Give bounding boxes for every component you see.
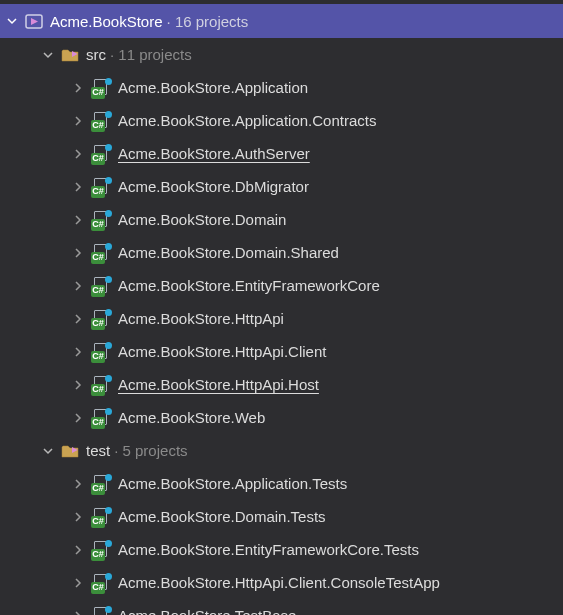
project-row[interactable]: C# Acme.BookStore.HttpApi.Client.Console… [0,566,563,599]
chevron-right-icon[interactable] [70,113,86,129]
chevron-right-icon[interactable] [70,278,86,294]
chevron-right-icon[interactable] [70,608,86,616]
csproj-icon: C# [90,78,112,98]
csproj-icon: C# [90,573,112,593]
csproj-icon: C# [90,540,112,560]
chevron-right-icon[interactable] [70,344,86,360]
project-name: Acme.BookStore.EntityFrameworkCore [118,277,380,294]
project-row[interactable]: C# Acme.BookStore.HttpApi.Host [0,368,563,401]
chevron-down-icon[interactable] [40,443,56,459]
project-name: Acme.BookStore.Domain [118,211,286,228]
project-name: Acme.BookStore.Application.Tests [118,475,347,492]
project-row[interactable]: C# Acme.BookStore.DbMigrator [0,170,563,203]
project-row[interactable]: C# Acme.BookStore.Domain.Shared [0,236,563,269]
project-name: Acme.BookStore.HttpApi [118,310,284,327]
folder-name: src [86,46,106,63]
csproj-icon: C# [90,177,112,197]
project-row[interactable]: C# Acme.BookStore.Web [0,401,563,434]
project-row[interactable]: C# Acme.BookStore.Application.Contracts [0,104,563,137]
project-row[interactable]: C# Acme.BookStore.Application [0,71,563,104]
folder-icon [60,441,80,461]
project-row[interactable]: C# Acme.BookStore.Application.Tests [0,467,563,500]
chevron-right-icon[interactable] [70,476,86,492]
project-name: Acme.BookStore.Domain.Shared [118,244,339,261]
csproj-icon: C# [90,606,112,616]
project-row[interactable]: C# Acme.BookStore.Domain [0,203,563,236]
csproj-icon: C# [90,309,112,329]
chevron-right-icon[interactable] [70,410,86,426]
chevron-down-icon[interactable] [40,47,56,63]
chevron-right-icon[interactable] [70,146,86,162]
solution-name: Acme.BookStore [50,13,163,30]
project-row[interactable]: C# Acme.BookStore.Domain.Tests [0,500,563,533]
project-name: Acme.BookStore.TestBase [118,607,296,615]
solution-explorer: Acme.BookStore · 16 projects src · 11 pr… [0,0,563,615]
chevron-down-icon[interactable] [4,13,20,29]
project-row[interactable]: C# Acme.BookStore.HttpApi [0,302,563,335]
project-name: Acme.BookStore.HttpApi.Client [118,343,326,360]
solution-icon [24,11,44,31]
chevron-right-icon[interactable] [70,575,86,591]
project-name: Acme.BookStore.HttpApi.Client.ConsoleTes… [118,574,440,591]
solution-count: · 16 projects [167,13,249,30]
csproj-icon: C# [90,342,112,362]
project-name: Acme.BookStore.AuthServer [118,145,310,162]
project-name: Acme.BookStore.Web [118,409,265,426]
chevron-right-icon[interactable] [70,179,86,195]
csproj-icon: C# [90,111,112,131]
csproj-icon: C# [90,507,112,527]
project-name: Acme.BookStore.Application [118,79,308,96]
project-name: Acme.BookStore.HttpApi.Host [118,376,319,393]
chevron-right-icon[interactable] [70,212,86,228]
folder-name: test [86,442,110,459]
project-row[interactable]: C# Acme.BookStore.EntityFrameworkCore.Te… [0,533,563,566]
project-name: Acme.BookStore.DbMigrator [118,178,309,195]
folder-row-test[interactable]: test · 5 projects [0,434,563,467]
project-name: Acme.BookStore.EntityFrameworkCore.Tests [118,541,419,558]
chevron-right-icon[interactable] [70,509,86,525]
solution-row[interactable]: Acme.BookStore · 16 projects [0,4,563,38]
chevron-right-icon[interactable] [70,245,86,261]
project-row[interactable]: C# Acme.BookStore.HttpApi.Client [0,335,563,368]
csproj-icon: C# [90,243,112,263]
project-row[interactable]: C# Acme.BookStore.EntityFrameworkCore [0,269,563,302]
csproj-icon: C# [90,144,112,164]
folder-count: · 5 projects [114,442,187,459]
chevron-right-icon[interactable] [70,80,86,96]
project-row[interactable]: C# Acme.BookStore.AuthServer [0,137,563,170]
project-name: Acme.BookStore.Domain.Tests [118,508,326,525]
project-name: Acme.BookStore.Application.Contracts [118,112,376,129]
csproj-icon: C# [90,408,112,428]
csproj-icon: C# [90,474,112,494]
folder-count: · 11 projects [110,46,192,63]
chevron-right-icon[interactable] [70,542,86,558]
chevron-right-icon[interactable] [70,377,86,393]
project-row[interactable]: C# Acme.BookStore.TestBase [0,599,563,615]
csproj-icon: C# [90,276,112,296]
csproj-icon: C# [90,210,112,230]
svg-marker-1 [31,18,38,25]
csproj-icon: C# [90,375,112,395]
folder-row-src[interactable]: src · 11 projects [0,38,563,71]
chevron-right-icon[interactable] [70,311,86,327]
folder-icon [60,45,80,65]
